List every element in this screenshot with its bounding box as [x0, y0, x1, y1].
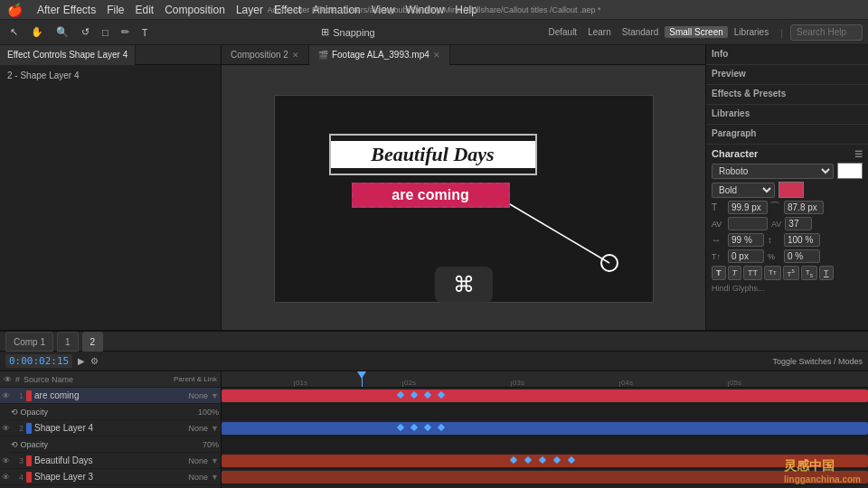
track-4	[222, 469, 868, 485]
layer-row-3[interactable]: 👁 3 Beautiful Days None ▼	[0, 453, 221, 469]
font-family-select[interactable]: Roboto	[712, 164, 834, 179]
menu-window[interactable]: Window	[406, 4, 445, 16]
sub-btn[interactable]: Ts	[801, 266, 817, 280]
tool-shape[interactable]: □	[98, 23, 113, 42]
menu-edit[interactable]: Edit	[135, 4, 154, 16]
scale-v-icon: ↕	[768, 235, 780, 245]
libraries-label: Libraries	[712, 108, 863, 118]
playhead[interactable]	[362, 371, 363, 387]
baseline-input[interactable]	[728, 249, 764, 263]
layer-1-eye[interactable]: 👁	[2, 391, 10, 400]
layer-3-color	[26, 455, 32, 466]
menu-composition[interactable]: Composition	[165, 4, 225, 16]
tl-settings-btn[interactable]: ⚙	[90, 356, 99, 366]
timeline: Comp 1 1 2 0:00:02:15 ▶ ⚙ Toggle Switche…	[0, 330, 868, 488]
ws-learn[interactable]: Learn	[583, 26, 616, 38]
scale-row: ↔ ↕	[712, 233, 863, 247]
character-menu-icon[interactable]: ☰	[854, 149, 863, 159]
tracking-label: AV	[771, 220, 781, 229]
super-btn[interactable]: Ts	[783, 266, 799, 280]
tsume-icon: %	[768, 252, 780, 261]
workspace-switcher: Default Learn Standard Small Screen Libr…	[543, 26, 773, 38]
libraries-section: Libraries	[706, 105, 868, 125]
layer-4-color	[26, 472, 32, 483]
faux-italic-btn[interactable]: T	[728, 266, 742, 280]
scale-h-input[interactable]	[728, 233, 764, 247]
left-panel-tabs: Effect Controls Shape Layer 4	[0, 45, 221, 65]
ruler-01s: 01s	[294, 379, 307, 387]
tool-zoom[interactable]: 🔍	[52, 23, 73, 42]
font-style-select[interactable]: Bold	[712, 183, 775, 198]
tl-tab-1[interactable]: 1	[57, 332, 79, 352]
font-size-icon: T	[712, 202, 724, 212]
menu-view[interactable]: View	[372, 4, 395, 16]
font-color-swatch[interactable]	[837, 163, 863, 179]
tl-tab-2[interactable]: 2	[82, 332, 104, 352]
menu-bar: 🍎 After Effects File Edit Composition La…	[0, 0, 868, 20]
menu-layer[interactable]: Layer	[236, 4, 263, 16]
layer-3-eye[interactable]: 👁	[2, 456, 10, 465]
tsume-input[interactable]	[784, 249, 820, 263]
menu-file[interactable]: File	[107, 4, 124, 16]
scale-v-input[interactable]	[784, 233, 820, 247]
timeline-tabs: Comp 1 1 2	[0, 332, 868, 352]
track-1	[222, 388, 868, 404]
tl-play-btn[interactable]: ▶	[78, 356, 85, 366]
tracking-row: AV AV	[712, 217, 863, 230]
timeline-timecode[interactable]: 0:00:02:15	[5, 354, 72, 368]
ws-small-screen[interactable]: Small Screen	[665, 26, 727, 38]
center-panel: Composition 2 ✕ 🎬 Footage ALA_3993.mp4 ✕…	[222, 45, 705, 355]
text-color-swatch[interactable]	[778, 182, 804, 198]
are-coming-box: are coming	[352, 183, 510, 208]
tool-arrow[interactable]: ↖	[5, 23, 23, 42]
ruler-02s: 02s	[402, 379, 416, 387]
font-size-input[interactable]	[728, 201, 768, 214]
menu-aftereffects[interactable]: After Effects	[37, 4, 96, 16]
track-3	[222, 453, 868, 469]
menu-help[interactable]: Help	[455, 4, 477, 16]
snapping-icon: ⊞	[321, 26, 329, 38]
tab-footage[interactable]: 🎬 Footage ALA_3993.mp4 ✕	[309, 45, 450, 65]
font-family-row: Roboto	[712, 163, 863, 179]
paragraph-label: Paragraph	[712, 128, 863, 138]
composition-viewer: Beautiful Days are coming ⌘	[222, 65, 705, 332]
menu-effect[interactable]: Effect	[274, 4, 301, 16]
ws-libraries[interactable]: Libraries	[730, 26, 773, 38]
layer-row-2[interactable]: 👁 2 Shape Layer 4 None ▼	[0, 420, 221, 436]
underline-btn[interactable]: T	[819, 266, 834, 280]
layer-row-1-opacity[interactable]: ⟲ Opacity 100%	[9, 404, 221, 420]
ws-default[interactable]: Default	[543, 26, 581, 38]
layer-row-4[interactable]: 👁 4 Shape Layer 3 None ▼	[0, 469, 221, 485]
snapping-toggle[interactable]: ⊞ Snapping	[321, 26, 375, 38]
tl-tab-comp1[interactable]: Comp 1	[5, 332, 53, 352]
tab-comp2[interactable]: Composition 2 ✕	[222, 45, 309, 65]
layer-row-1[interactable]: 👁 1 are coming None ▼	[0, 388, 221, 404]
search-help-input[interactable]	[790, 24, 863, 41]
tool-hand[interactable]: ✋	[26, 23, 48, 42]
kerning-input[interactable]	[784, 201, 824, 214]
ws-standard[interactable]: Standard	[618, 26, 664, 38]
cmd-overlay: ⌘	[435, 267, 493, 303]
effects-section: Effects & Presets	[706, 85, 868, 105]
snapping-label: Snapping	[333, 27, 375, 38]
tracking-input[interactable]	[728, 217, 768, 230]
tl-toggle-btn[interactable]: Toggle Switches / Modes	[772, 357, 863, 366]
menu-animation[interactable]: Animation	[312, 4, 360, 16]
layer-2-eye[interactable]: 👁	[2, 424, 10, 433]
layer-4-name: Shape Layer 3	[34, 472, 186, 482]
tool-text[interactable]: T	[137, 23, 153, 42]
tool-rotate[interactable]: ↺	[77, 23, 94, 42]
layer-row-2-opacity[interactable]: ⟲ Opacity 70%	[9, 436, 221, 453]
small-caps-btn[interactable]: Tт	[764, 266, 781, 280]
tracking-value[interactable]	[785, 217, 812, 230]
layer-4-eye[interactable]: 👁	[2, 473, 10, 482]
all-caps-btn[interactable]: TT	[743, 266, 762, 280]
layer-1-color	[26, 390, 32, 401]
faux-bold-btn[interactable]: T	[712, 266, 726, 280]
apple-menu[interactable]: 🍎	[7, 3, 23, 17]
tool-pen[interactable]: ✏	[117, 23, 134, 42]
timeline-content: 👁 # Source Name Parent & Link 👁 1 are co…	[0, 371, 868, 488]
tab-effect-controls[interactable]: Effect Controls Shape Layer 4	[0, 45, 136, 65]
left-panel-content: 2 - Shape Layer 4	[0, 65, 221, 355]
track-2	[222, 420, 868, 436]
